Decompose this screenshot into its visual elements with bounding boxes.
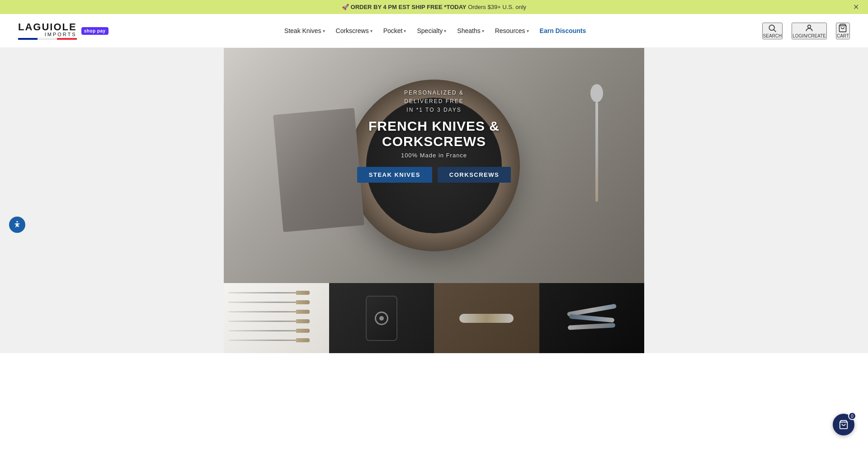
- folding-knife-2: [569, 314, 614, 322]
- search-icon: [768, 24, 777, 33]
- banner-icon: 🚀: [342, 4, 349, 10]
- svg-point-2: [808, 25, 811, 28]
- product-card-4[interactable]: [539, 283, 645, 353]
- svg-point-4: [16, 221, 18, 222]
- search-label: SEARCH: [763, 33, 782, 38]
- chevron-down-icon: ▾: [482, 28, 484, 33]
- product-card-1[interactable]: [224, 283, 329, 353]
- main-nav: Steak Knives ▾ Corkscrews ▾ Pocket ▾ Spe…: [280, 24, 590, 38]
- hero-image: PERSONALIZED &DELIVERED FREEIN *1 TO 3 D…: [224, 48, 644, 283]
- hero-title: FRENCH KNIVES & CORKSCREWS: [344, 118, 524, 149]
- hero-buttons: STEAK KNIVES CORKSCREWS: [344, 167, 524, 183]
- logo[interactable]: LAGUIOLE IMPORTS: [18, 22, 77, 40]
- login-button[interactable]: LOGIN/CREATE: [792, 23, 827, 39]
- top-banner: 🚀 ORDER BY 4 PM EST SHIP FREE *TODAY Ord…: [0, 0, 868, 14]
- pocket-knife: [459, 314, 514, 323]
- hero-steak-knives-button[interactable]: STEAK KNIVES: [357, 167, 432, 183]
- hero-text-overlay: PERSONALIZED &DELIVERED FREEIN *1 TO 3 D…: [344, 89, 524, 183]
- banner-sub-text: Orders $39+ U.S. only: [468, 4, 526, 10]
- nav-steak-knives[interactable]: Steak Knives ▾: [280, 24, 330, 38]
- hero-subtitle-top: PERSONALIZED &DELIVERED FREEIN *1 TO 3 D…: [344, 89, 524, 115]
- svg-point-0: [769, 25, 775, 30]
- search-button[interactable]: SEARCH: [762, 23, 783, 39]
- cart-label: CART: [837, 33, 849, 38]
- product-card-2[interactable]: [329, 283, 434, 353]
- product-grid: [224, 283, 644, 353]
- cart-icon: [838, 24, 847, 33]
- hero-spoon: [590, 84, 604, 202]
- banner-close-button[interactable]: ✕: [853, 3, 859, 11]
- header: LAGUIOLE IMPORTS shop pay Steak Knives ▾…: [0, 14, 868, 48]
- product-card-3[interactable]: [434, 283, 539, 353]
- hero-corkscrews-button[interactable]: CORKSCREWS: [438, 167, 511, 183]
- logo-area[interactable]: LAGUIOLE IMPORTS shop pay: [18, 22, 108, 40]
- nav-specialty[interactable]: Specialty ▾: [412, 24, 451, 38]
- hero-subtitle-bottom: 100% Made in France: [344, 152, 524, 159]
- nav-sheaths[interactable]: Sheaths ▾: [453, 24, 488, 38]
- nav-earn-discounts[interactable]: Earn Discounts: [535, 24, 591, 38]
- content-wrapper: PERSONALIZED &DELIVERED FREEIN *1 TO 3 D…: [224, 48, 644, 353]
- accessibility-button[interactable]: [9, 217, 25, 233]
- svg-line-1: [774, 29, 776, 32]
- nav-corkscrews[interactable]: Corkscrews ▾: [331, 24, 377, 38]
- folding-knife-3: [568, 323, 615, 330]
- shop-pay-badge: shop pay: [81, 27, 108, 35]
- nav-resources[interactable]: Resources ▾: [491, 24, 533, 38]
- logo-brand: LAGUIOLE: [18, 22, 77, 32]
- chevron-down-icon: ▾: [444, 28, 446, 33]
- banner-main-text: ORDER BY 4 PM EST SHIP FREE *TODAY: [351, 4, 467, 10]
- chevron-down-icon: ▾: [404, 28, 406, 33]
- cart-button[interactable]: CART: [836, 23, 850, 39]
- main-content: PERSONALIZED &DELIVERED FREEIN *1 TO 3 D…: [0, 48, 868, 353]
- user-icon: [805, 24, 814, 33]
- chevron-down-icon: ▾: [323, 28, 325, 33]
- knife-illustration: [228, 292, 310, 341]
- accessibility-icon: [13, 220, 22, 229]
- login-label: LOGIN/CREATE: [793, 33, 826, 38]
- chevron-down-icon: ▾: [370, 28, 373, 33]
- chevron-down-icon: ▾: [527, 28, 529, 33]
- hero-section: PERSONALIZED &DELIVERED FREEIN *1 TO 3 D…: [224, 48, 644, 283]
- logo-sub: IMPORTS: [18, 32, 77, 37]
- banner-content: 🚀 ORDER BY 4 PM EST SHIP FREE *TODAY Ord…: [342, 4, 526, 10]
- nav-pocket[interactable]: Pocket ▾: [379, 24, 411, 38]
- header-icons: SEARCH LOGIN/CREATE CART: [762, 23, 850, 39]
- corkscrew-case: [366, 296, 397, 341]
